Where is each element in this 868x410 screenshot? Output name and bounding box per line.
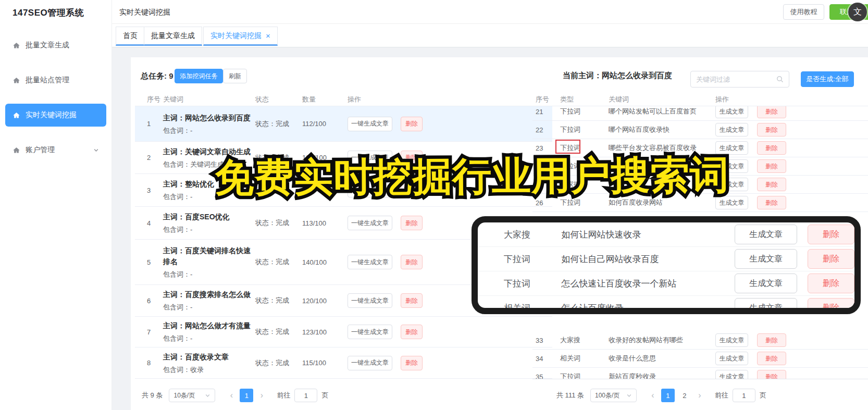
tutorial-button[interactable]: 使用教程 — [783, 4, 824, 20]
delete-button[interactable]: 删除 — [757, 370, 786, 379]
sidebar-item-realtime-keyword[interactable]: 实时关键词挖掘 — [5, 104, 106, 127]
generate-article-button[interactable]: 一键生成文章 — [348, 293, 392, 308]
sidebar-item-batch-site[interactable]: 批量站点管理 — [5, 69, 106, 92]
delete-button[interactable]: 删除 — [757, 106, 786, 118]
row-index: 7 — [147, 328, 163, 336]
page-number-button[interactable]: 1 — [661, 389, 675, 402]
generate-article-button[interactable]: 生成文章 — [735, 249, 797, 269]
total-count-label: 共 9 条 — [142, 391, 163, 400]
generate-article-button[interactable]: 生成文章 — [715, 370, 748, 379]
delete-button[interactable]: 删除 — [401, 356, 423, 370]
page-size-select[interactable]: 100条/页 — [590, 389, 637, 402]
close-icon[interactable]: × — [266, 31, 270, 40]
generate-article-button[interactable]: 一键生成文章 — [348, 356, 392, 370]
contains-keyword: 包含词：- — [163, 270, 255, 279]
generate-article-button[interactable]: 生成文章 — [715, 106, 748, 118]
delete-button[interactable]: 删除 — [808, 225, 854, 244]
page-number-button[interactable]: 2 — [678, 389, 691, 402]
table-row[interactable]: 1主词：网站怎么收录到百度包含词：-状态：完成112/100一键生成文章删除 — [135, 106, 552, 142]
type-cell: 大家搜 — [560, 336, 609, 345]
current-keyword-text: 当前主词： — [563, 71, 602, 80]
current-keyword-value: 网站怎么收录到百度 — [602, 71, 672, 80]
translate-icon[interactable]: 文 — [848, 3, 867, 21]
refresh-button[interactable]: 刷新 — [223, 69, 247, 83]
table-row[interactable]: 8主词：百度收录文章包含词：收录状态：完成115/100一键生成文章删除 — [135, 347, 552, 379]
generate-article-button[interactable]: 一键生成文章 — [348, 117, 392, 131]
page-size-value: 10条/页 — [173, 391, 195, 400]
keyword-cell: 收录好的发帖网站有哪些 — [609, 336, 715, 345]
chevron-down-icon — [93, 147, 99, 153]
tab-batch-article[interactable]: 批量文章生成 — [144, 27, 202, 46]
goto-unit-label: 页 — [321, 391, 328, 400]
page-number-button[interactable]: 1 — [240, 389, 253, 402]
delete-button[interactable]: 删除 — [757, 123, 786, 136]
keyword-filter-field — [690, 71, 789, 88]
delete-button[interactable]: 删除 — [757, 333, 786, 347]
generate-article-button[interactable]: 生成文章 — [715, 352, 748, 365]
prev-page-button[interactable]: ‹ — [227, 391, 235, 400]
generate-article-button[interactable]: 一键生成文章 — [348, 325, 392, 339]
zoomed-table-row: 下拉词如何让自己网站收录百度生成文章删除 — [478, 247, 854, 271]
delete-button[interactable]: 删除 — [401, 325, 423, 339]
delete-button[interactable]: 删除 — [808, 249, 854, 269]
type-cell: 下拉词 — [504, 253, 562, 265]
page-size-select[interactable]: 10条/页 — [169, 389, 215, 402]
add-task-button[interactable]: 添加挖词任务 — [175, 69, 223, 83]
status-cell: 状态：完成 — [255, 257, 302, 267]
row-index: 2 — [147, 154, 163, 161]
delete-button[interactable]: 删除 — [401, 255, 423, 269]
row-index: 3 — [147, 187, 163, 194]
delete-button[interactable]: 删除 — [757, 159, 786, 173]
keyword-cell: 主词：百度关键词排名快速排名包含词：- — [163, 245, 255, 279]
tasks-pagination: 共 9 条 10条/页 ‹ 1 › 前往 页 — [142, 389, 328, 402]
delete-button[interactable]: 删除 — [757, 141, 786, 155]
generate-article-button[interactable]: 生成文章 — [715, 123, 748, 136]
generate-article-button[interactable]: 一键生成文章 — [348, 255, 392, 269]
next-page-button[interactable]: › — [257, 391, 266, 400]
type-cell: 下拉词 — [560, 372, 609, 379]
delete-button[interactable]: 删除 — [808, 274, 854, 293]
home-icon — [13, 77, 20, 84]
type-cell: 相关词 — [560, 354, 609, 363]
row-index: 6 — [147, 297, 163, 305]
sidebar-item-label: 实时关键词挖掘 — [26, 110, 77, 120]
generate-article-button[interactable]: 一键生成文章 — [348, 216, 392, 230]
delete-button[interactable]: 删除 — [757, 352, 786, 365]
goto-unit-label: 页 — [760, 391, 766, 400]
sidebar-item-batch-article[interactable]: 批量文章生成 — [5, 34, 106, 57]
sidebar-item-account[interactable]: 账户管理 — [5, 139, 106, 161]
row-index: 21 — [536, 108, 560, 116]
generate-article-button[interactable]: 生成文章 — [735, 225, 797, 244]
page-size-value: 100条/页 — [595, 391, 619, 400]
prev-page-button[interactable]: ‹ — [649, 391, 657, 400]
delete-button[interactable]: 删除 — [401, 293, 423, 308]
tab-home[interactable]: 首页 — [116, 27, 145, 46]
main-keyword: 主词：网站怎么收录到百度 — [163, 113, 255, 123]
delete-button[interactable]: 删除 — [757, 196, 786, 209]
table-row: 35下拉词新站百度秒收录生成文章删除 — [532, 368, 868, 379]
keyword-filter-input[interactable] — [696, 76, 774, 83]
delete-button[interactable]: 删除 — [757, 178, 786, 191]
status-cell: 状态：完成 — [255, 327, 302, 337]
table-row[interactable]: 7主词：网站怎么做才有流量包含词：-状态：完成123/100一键生成文章删除 — [135, 317, 552, 347]
tab-realtime-keyword[interactable]: 实时关键词挖掘 × — [203, 27, 278, 46]
delete-button[interactable]: 删除 — [401, 216, 423, 230]
status-cell: 状态：完成 — [255, 358, 302, 368]
generate-article-button[interactable]: 生成文章 — [735, 298, 797, 314]
quantity-cell: 123/100 — [302, 328, 348, 336]
delete-button[interactable]: 删除 — [808, 298, 854, 314]
keyword-cell: 主词：网站怎么做才有流量包含词：- — [163, 320, 255, 343]
generate-article-button[interactable]: 生成文章 — [735, 274, 797, 293]
goto-page-input[interactable] — [733, 389, 755, 402]
type-cell: 大家搜 — [504, 229, 562, 241]
generate-article-button[interactable]: 生成文章 — [715, 333, 748, 347]
type-cell: 下拉词 — [504, 278, 562, 290]
zoomed-table-row: 相关词怎么让百度收录生成文章删除 — [478, 296, 854, 314]
generate-all-button[interactable]: 是否生成:全部 — [801, 71, 854, 87]
goto-page-input[interactable] — [294, 389, 317, 402]
next-page-button[interactable]: › — [696, 391, 704, 400]
chevron-down-icon — [626, 393, 632, 399]
row-index: 8 — [147, 359, 163, 367]
delete-button[interactable]: 删除 — [401, 117, 423, 131]
keyword-cell: 主词：百度SEO优化包含词：- — [163, 212, 255, 234]
